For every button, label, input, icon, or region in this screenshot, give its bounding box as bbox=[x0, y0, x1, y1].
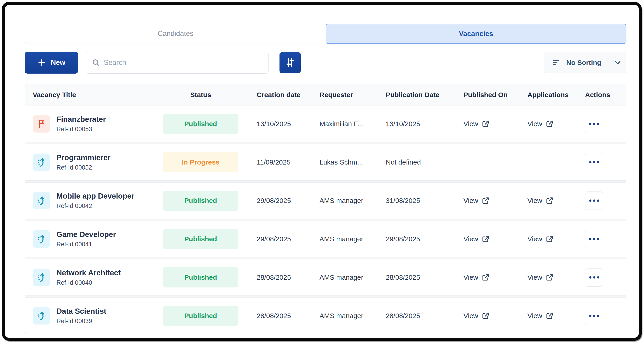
external-link-icon bbox=[546, 197, 554, 204]
chevron-down-icon bbox=[613, 58, 622, 68]
column-header-applications: Applications bbox=[528, 91, 582, 99]
tab-vacancies[interactable]: Vacancies bbox=[326, 24, 626, 44]
tab-candidates[interactable]: Candidates bbox=[25, 24, 326, 43]
vacancy-type-icon bbox=[33, 192, 50, 209]
publication-date-cell: 28/08/2025 bbox=[386, 274, 464, 281]
vacancy-title: Programmierer bbox=[56, 153, 110, 162]
applications-view-link[interactable]: View bbox=[528, 120, 554, 128]
creation-date-cell: 11/09/2025 bbox=[242, 158, 320, 166]
status-badge: Published bbox=[163, 306, 238, 326]
external-link-icon bbox=[482, 235, 490, 243]
ellipsis-icon bbox=[589, 315, 592, 317]
sort-lines-icon bbox=[552, 58, 561, 68]
trend-arrow-icon bbox=[36, 157, 47, 168]
external-link-icon bbox=[482, 120, 490, 128]
row-separator bbox=[25, 180, 626, 182]
column-header-vacancy-title: Vacancy Title bbox=[25, 91, 160, 99]
table-row[interactable]: Programmierer Ref-Id 00052 In Progress 1… bbox=[25, 144, 626, 180]
vacancy-type-icon bbox=[33, 230, 50, 248]
view-link-label: View bbox=[464, 274, 478, 281]
app-screen: Candidates Vacancies New bbox=[0, 0, 644, 343]
view-link-label: View bbox=[464, 120, 478, 128]
external-link-icon bbox=[546, 120, 554, 128]
search-input[interactable] bbox=[86, 52, 268, 74]
filter-sliders-icon bbox=[284, 57, 296, 68]
new-button[interactable]: New bbox=[25, 52, 78, 74]
row-separator bbox=[25, 142, 626, 144]
row-actions-button[interactable] bbox=[585, 230, 603, 248]
row-actions-button[interactable] bbox=[585, 115, 603, 133]
trend-arrow-icon bbox=[36, 272, 47, 283]
table-row[interactable]: Network Architect Ref-Id 00040 Published… bbox=[25, 259, 626, 296]
creation-date-cell: 28/08/2025 bbox=[242, 274, 320, 281]
published-on-view-link[interactable]: View bbox=[464, 274, 490, 281]
applications-view-link[interactable]: View bbox=[528, 197, 554, 204]
view-link-label: View bbox=[464, 312, 478, 320]
published-on-view-link[interactable]: View bbox=[464, 120, 490, 128]
ellipsis-icon bbox=[589, 238, 592, 240]
vacancy-ref-id: Ref-Id 00040 bbox=[56, 279, 121, 286]
published-on-view-link[interactable]: View bbox=[464, 312, 490, 320]
requester-cell: AMS manager bbox=[320, 312, 386, 320]
row-actions-button[interactable] bbox=[585, 153, 603, 172]
row-separator bbox=[25, 257, 626, 259]
sort-button[interactable]: No Sorting bbox=[544, 52, 609, 73]
creation-date-cell: 13/10/2025 bbox=[242, 120, 320, 128]
view-link-label: View bbox=[464, 235, 478, 243]
flag-icon bbox=[36, 118, 47, 129]
vacancy-title: Mobile app Developer bbox=[56, 192, 134, 200]
table-header: Vacancy Title Status Creation date Reque… bbox=[25, 84, 626, 106]
applications-view-link[interactable]: View bbox=[528, 235, 554, 243]
applications-view-link[interactable]: View bbox=[528, 274, 554, 281]
trend-arrow-icon bbox=[36, 195, 47, 206]
requester-cell: AMS manager bbox=[320, 235, 386, 243]
column-header-status: Status bbox=[160, 91, 242, 99]
vacancy-ref-id: Ref-Id 00041 bbox=[56, 241, 116, 248]
row-actions-button[interactable] bbox=[585, 192, 603, 210]
trend-arrow-icon bbox=[36, 234, 47, 244]
requester-cell: Lukas Schm... bbox=[320, 158, 386, 166]
applications-view-link[interactable]: View bbox=[528, 312, 554, 320]
trend-arrow-icon bbox=[36, 310, 47, 321]
external-link-icon bbox=[482, 197, 490, 204]
status-badge: Published bbox=[163, 229, 238, 249]
table-row[interactable]: Finanzberater Ref-Id 00053 Published 13/… bbox=[25, 106, 626, 142]
view-link-label: View bbox=[528, 120, 542, 128]
vacancy-title: Game Developer bbox=[56, 230, 116, 239]
status-badge: In Progress bbox=[163, 152, 238, 172]
status-badge: Published bbox=[163, 190, 238, 211]
publication-date-cell: 28/08/2025 bbox=[386, 312, 464, 320]
filter-button[interactable] bbox=[280, 52, 301, 73]
column-header-actions: Actions bbox=[582, 91, 626, 99]
row-actions-button[interactable] bbox=[585, 307, 603, 325]
window-frame: Candidates Vacancies New bbox=[2, 2, 642, 341]
plus-icon bbox=[38, 58, 46, 67]
table-body: Finanzberater Ref-Id 00053 Published 13/… bbox=[25, 106, 626, 334]
table-row[interactable]: Game Developer Ref-Id 00041 Published 29… bbox=[25, 221, 626, 257]
search-box bbox=[86, 52, 268, 74]
row-actions-button[interactable] bbox=[585, 268, 603, 286]
column-header-creation-date: Creation date bbox=[242, 91, 320, 99]
column-header-published-on: Published On bbox=[464, 91, 528, 99]
status-badge: Published bbox=[163, 267, 238, 288]
tab-bar: Candidates Vacancies bbox=[25, 24, 626, 44]
ellipsis-icon bbox=[589, 161, 592, 164]
sort-control: No Sorting bbox=[544, 52, 626, 73]
requester-cell: Maximilian F... bbox=[320, 120, 386, 128]
table-row[interactable]: Mobile app Developer Ref-Id 00042 Publis… bbox=[25, 182, 626, 219]
vacancy-type-icon bbox=[33, 115, 50, 132]
published-on-view-link[interactable]: View bbox=[464, 235, 490, 243]
view-link-label: View bbox=[528, 274, 542, 281]
requester-cell: AMS manager bbox=[320, 197, 386, 204]
table-row[interactable]: Data Scientist Ref-Id 00039 Published 28… bbox=[25, 298, 626, 334]
vacancy-type-icon bbox=[33, 307, 50, 324]
published-on-view-link[interactable]: View bbox=[464, 197, 490, 204]
vacancy-title: Finanzberater bbox=[56, 115, 106, 124]
vacancy-title: Network Architect bbox=[56, 268, 121, 277]
external-link-icon bbox=[546, 235, 554, 243]
external-link-icon bbox=[546, 312, 554, 320]
external-link-icon bbox=[482, 274, 490, 281]
sort-dropdown-button[interactable] bbox=[609, 52, 626, 73]
sort-label: No Sorting bbox=[566, 59, 601, 66]
vacancy-ref-id: Ref-Id 00053 bbox=[56, 126, 106, 133]
